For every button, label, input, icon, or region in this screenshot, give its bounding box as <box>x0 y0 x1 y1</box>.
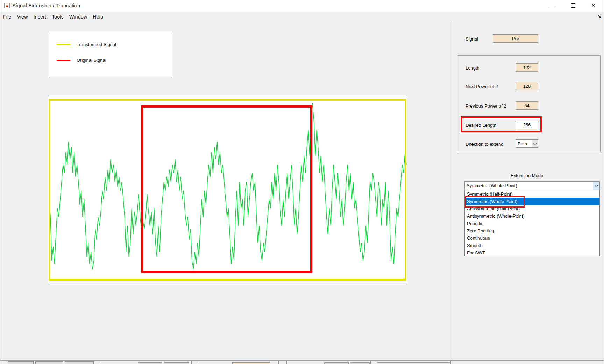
menu-view[interactable]: View <box>17 13 32 21</box>
background-window-fragment <box>377 362 450 364</box>
option-antisymmetric-whole-point[interactable]: Antisymmetric (Whole-Point) <box>465 212 599 220</box>
menu-insert[interactable]: Insert <box>34 13 51 21</box>
background-window-fragment <box>350 362 370 364</box>
background-window-fragment <box>35 361 63 364</box>
option-antisymmetric-half-point[interactable]: Antisymmetric (Half-Point) <box>465 205 599 212</box>
extension-mode-label: Extension Mode <box>489 173 564 178</box>
plot-axes <box>48 95 407 283</box>
option-continuous[interactable]: Continuous <box>465 234 599 242</box>
option-smooth[interactable]: Smooth <box>465 242 599 249</box>
menu-help[interactable]: Help <box>93 13 108 21</box>
background-window-fragment <box>138 362 162 364</box>
background-window-fragment <box>65 361 94 364</box>
minimize-button[interactable] <box>545 0 561 11</box>
app-window: Signal Extension / Truncation × File Vie… <box>0 0 604 364</box>
background-window-fragment <box>324 362 349 364</box>
menu-bar: File View Insert Tools Window Help ↘ <box>0 12 604 22</box>
signal-plot <box>48 95 407 283</box>
menu-file[interactable]: File <box>3 13 16 21</box>
next-power-field: 128 <box>516 82 538 90</box>
extension-mode-combobox[interactable]: Symmetric (Whole-Point) <box>464 181 600 190</box>
direction-dropdown-button[interactable] <box>532 140 538 147</box>
legend-label: Original Signal <box>77 58 106 63</box>
previous-power-label: Previous Power of 2 <box>466 103 506 109</box>
menu-window[interactable]: Window <box>69 13 92 21</box>
desired-length-label: Desired Length <box>466 123 496 128</box>
signal-label: Signal <box>466 36 478 42</box>
background-window-fragment <box>164 362 189 364</box>
option-symmetric-whole-point[interactable]: Symmetric (Whole-Point) <box>465 198 599 205</box>
option-for-swt[interactable]: For SWT <box>465 249 599 256</box>
dock-arrow-icon[interactable]: ↘ <box>598 14 602 19</box>
desired-length-input[interactable]: 256 <box>516 121 538 129</box>
maximize-button[interactable] <box>565 0 581 11</box>
background-window-fragment <box>232 362 270 364</box>
maximize-icon <box>571 3 575 8</box>
signal-pre-button[interactable]: Pre <box>493 34 538 43</box>
close-icon: × <box>591 2 595 8</box>
matlab-app-icon <box>4 3 10 8</box>
chevron-down-icon <box>594 183 598 187</box>
panel-divider <box>453 22 453 360</box>
original-signal-swatch <box>57 60 70 61</box>
direction-dropdown[interactable]: Both <box>516 139 538 148</box>
minimize-icon <box>551 6 555 6</box>
extension-mode-dropdown-button[interactable] <box>593 182 599 190</box>
next-power-label: Next Power of 2 <box>466 84 498 89</box>
previous-power-field: 64 <box>516 101 538 110</box>
legend-item-original: Original Signal <box>49 57 172 64</box>
transformed-signal-swatch <box>57 44 70 45</box>
background-window-fragment <box>8 361 34 364</box>
title-bar: Signal Extension / Truncation × <box>0 0 604 12</box>
close-button[interactable]: × <box>585 0 602 11</box>
length-field: 122 <box>516 63 538 72</box>
option-symmetric-half-point[interactable]: Symmetric (Half-Point) <box>465 190 599 198</box>
legend: Transformed Signal Original Signal <box>49 31 172 76</box>
legend-label: Transformed Signal <box>77 42 116 47</box>
extension-mode-selected-value: Symmetric (Whole-Point) <box>465 183 593 188</box>
menu-tools[interactable]: Tools <box>52 13 68 21</box>
direction-label: Direction to extend <box>466 141 503 147</box>
window-title: Signal Extension / Truncation <box>12 2 80 8</box>
option-periodic[interactable]: Periodic <box>465 220 599 227</box>
length-label: Length <box>466 65 479 71</box>
direction-value: Both <box>516 141 532 146</box>
chevron-down-icon <box>533 141 537 145</box>
option-zero-padding[interactable]: Zero Padding <box>465 227 599 234</box>
extension-mode-option-list: Symmetric (Half-Point) Symmetric (Whole-… <box>464 190 600 256</box>
legend-item-transformed: Transformed Signal <box>49 41 172 48</box>
